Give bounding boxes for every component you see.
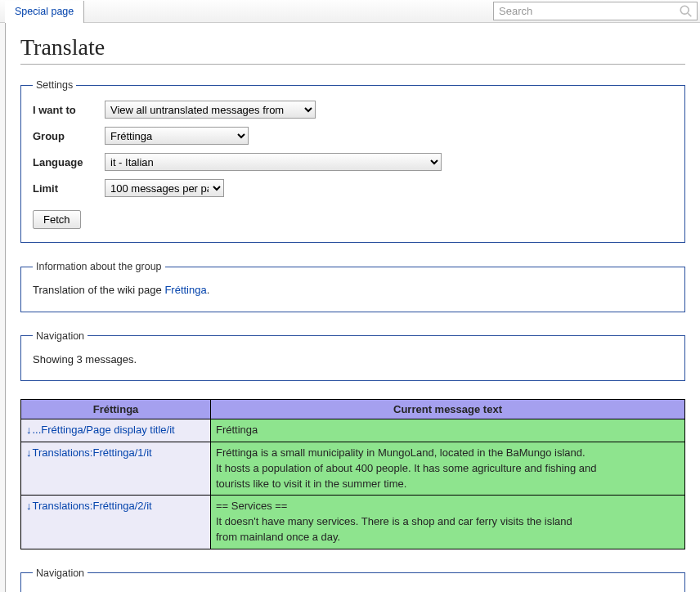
cell-key: ↓Translations:Fréttinga/1/it bbox=[21, 442, 211, 496]
select-limit[interactable]: 100 messages per page bbox=[105, 179, 224, 197]
settings-legend: Settings bbox=[33, 79, 76, 91]
row-group: Group Fréttinga bbox=[33, 127, 673, 145]
cell-key: ↓Translations:Fréttinga/2/it bbox=[21, 496, 211, 549]
page-title: Translate bbox=[20, 34, 685, 65]
search-input[interactable] bbox=[494, 3, 679, 19]
content-area: Translate Settings I want to View all un… bbox=[5, 23, 700, 592]
search-container bbox=[493, 2, 698, 20]
svg-point-0 bbox=[680, 6, 689, 14]
navigation-top-legend: Navigation bbox=[33, 330, 88, 342]
group-info-link[interactable]: Fréttinga bbox=[164, 284, 206, 296]
table-header-text: Current message text bbox=[211, 400, 685, 419]
row-action: I want to View all untranslated messages… bbox=[33, 101, 673, 119]
settings-fieldset: Settings I want to View all untranslated… bbox=[20, 79, 685, 243]
table-row: ↓Translations:Fréttinga/2/it == Services… bbox=[21, 496, 685, 549]
search-icon[interactable] bbox=[679, 4, 693, 19]
table-row: ↓Translations:Fréttinga/1/it Fréttinga i… bbox=[21, 442, 685, 496]
group-info-legend: Information about the group bbox=[33, 261, 165, 272]
label-language: Language bbox=[33, 156, 105, 168]
group-info-text: Translation of the wiki page Fréttinga. bbox=[33, 282, 673, 298]
table-header-key: Fréttinga bbox=[21, 400, 211, 419]
top-bar: Special page bbox=[0, 0, 700, 23]
down-arrow-icon[interactable]: ↓ bbox=[26, 446, 32, 459]
svg-line-1 bbox=[688, 13, 691, 16]
group-info-suffix: . bbox=[207, 284, 210, 296]
navigation-bottom-fieldset: Navigation Showing 3 messages. bbox=[20, 567, 685, 592]
down-arrow-icon[interactable]: ↓ bbox=[26, 500, 32, 512]
label-group: Group bbox=[33, 130, 105, 142]
message-link[interactable]: ...Fréttinga/Page display title/it bbox=[33, 424, 175, 436]
navigation-bottom-text: Showing 3 messages. bbox=[33, 589, 673, 592]
navigation-top-text: Showing 3 messages. bbox=[33, 352, 673, 368]
table-header-row: Fréttinga Current message text bbox=[21, 400, 685, 419]
select-group[interactable]: Fréttinga bbox=[105, 127, 249, 145]
label-limit: Limit bbox=[33, 182, 105, 195]
down-arrow-icon[interactable]: ↓ bbox=[26, 424, 32, 436]
row-language: Language it - Italian bbox=[33, 153, 673, 171]
cell-text: Fréttinga is a small municipality in Mun… bbox=[211, 442, 685, 496]
message-link[interactable]: Translations:Fréttinga/1/it bbox=[33, 446, 152, 459]
select-action[interactable]: View all untranslated messages from bbox=[105, 101, 316, 119]
messages-table: Fréttinga Current message text ↓...Frétt… bbox=[20, 399, 685, 549]
navigation-bottom-legend: Navigation bbox=[33, 567, 88, 579]
table-row: ↓...Fréttinga/Page display title/it Frét… bbox=[21, 419, 685, 442]
cell-text: Fréttinga bbox=[211, 419, 685, 442]
cell-key: ↓...Fréttinga/Page display title/it bbox=[21, 419, 211, 442]
tab-special-page[interactable]: Special page bbox=[5, 1, 84, 23]
fetch-button[interactable]: Fetch bbox=[33, 210, 81, 229]
select-language[interactable]: it - Italian bbox=[105, 153, 442, 171]
group-info-prefix: Translation of the wiki page bbox=[33, 284, 164, 296]
navigation-top-fieldset: Navigation Showing 3 messages. bbox=[20, 330, 685, 382]
message-link[interactable]: Translations:Fréttinga/2/it bbox=[33, 500, 152, 512]
label-action: I want to bbox=[33, 104, 105, 116]
cell-text: == Services == It doesn't have many serv… bbox=[211, 496, 685, 549]
row-limit: Limit 100 messages per page bbox=[33, 179, 673, 197]
group-info-fieldset: Information about the group Translation … bbox=[20, 261, 685, 312]
